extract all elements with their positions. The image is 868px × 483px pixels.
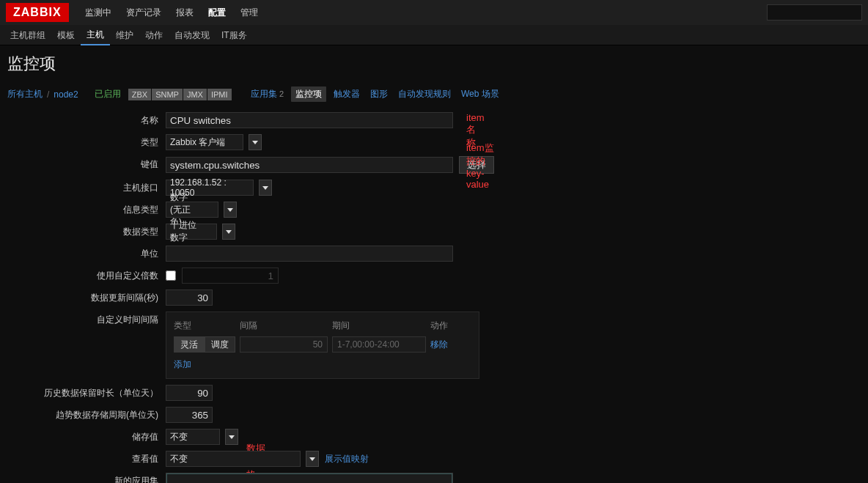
show-value-map-link[interactable]: 展示值映射: [325, 453, 369, 465]
ci-add-link[interactable]: 添加: [174, 359, 191, 369]
subnav-hosts[interactable]: 主机: [81, 25, 110, 45]
top-bar: ZABBIX 监测中 资产记录 报表 配置 管理: [0, 0, 868, 25]
label-type: 类型: [7, 134, 166, 150]
subnav-maintenance[interactable]: 维护: [110, 26, 139, 45]
trends-input[interactable]: [166, 407, 213, 423]
label-interface: 主机接口: [7, 180, 166, 196]
key-input[interactable]: [166, 157, 453, 173]
label-info-type: 信息类型: [7, 202, 166, 218]
crumb-slash: /: [47, 89, 49, 100]
tag-snmp: SNMP: [152, 89, 183, 100]
label-custom-intervals: 自定义时间间隔: [7, 311, 166, 328]
ci-header-interval: 间隔: [240, 320, 332, 332]
subnav-itservices[interactable]: IT服务: [216, 26, 253, 45]
label-new-app: 新的应用集: [7, 473, 166, 483]
topnav-monitoring[interactable]: 监测中: [78, 0, 119, 25]
data-type-dropdown-icon[interactable]: [222, 224, 235, 240]
key-select-button[interactable]: 选择: [459, 156, 494, 174]
type-select[interactable]: Zabbix 客户端: [166, 134, 243, 150]
breadcrumb-bar: 所有主机 / node2 已启用 ZBX SNMP JMX IPMI 应用集 2…: [0, 84, 868, 109]
tab-applications[interactable]: 应用集 2: [248, 88, 287, 100]
label-trends: 趋势数据存储周期(单位天): [7, 407, 166, 423]
global-search-input[interactable]: [767, 4, 862, 21]
tab-triggers[interactable]: 触发器: [331, 88, 363, 100]
topnav-inventory[interactable]: 资产记录: [119, 0, 169, 25]
ci-remove-link[interactable]: 移除: [430, 339, 471, 351]
tab-items[interactable]: 监控项: [291, 86, 326, 102]
topnav-reports[interactable]: 报表: [169, 0, 201, 25]
crumb-all-hosts[interactable]: 所有主机: [7, 88, 43, 100]
view-value-dropdown-icon[interactable]: [306, 451, 319, 467]
label-history: 历史数据保留时长（单位天）: [7, 385, 166, 401]
info-type-dropdown-icon[interactable]: [224, 202, 237, 218]
type-dropdown-icon[interactable]: [249, 134, 262, 150]
tag-jmx: JMX: [183, 89, 207, 100]
subnav-templates[interactable]: 模板: [51, 26, 81, 45]
tab-web-scenarios[interactable]: Web 场景: [458, 88, 502, 100]
data-type-select[interactable]: 十进位数字: [166, 224, 217, 240]
sub-nav: 主机群组 模板 主机 维护 动作 自动发现 IT服务: [0, 25, 868, 45]
ci-header-type: 类型: [174, 320, 240, 332]
ci-header-action: 动作: [430, 320, 471, 332]
label-key: 键值: [7, 156, 166, 172]
label-multiplier: 使用自定义倍数: [7, 268, 166, 284]
tab-graphs[interactable]: 图形: [367, 88, 391, 100]
label-data-type: 数据类型: [7, 224, 166, 240]
interface-dropdown-icon[interactable]: [259, 180, 272, 196]
name-input[interactable]: [166, 112, 453, 128]
subnav-actions[interactable]: 动作: [139, 26, 169, 45]
label-update-interval: 数据更新间隔(秒): [7, 290, 166, 306]
logo: ZABBIX: [6, 3, 69, 22]
history-input[interactable]: [166, 385, 213, 401]
tag-zbx: ZBX: [128, 89, 151, 100]
label-store-value: 储存值: [7, 429, 166, 445]
ci-type-flex-button[interactable]: 灵活: [174, 336, 205, 353]
info-type-select[interactable]: 数字 (无正负): [166, 202, 218, 218]
multiplier-checkbox[interactable]: [166, 270, 176, 281]
ci-interval-value[interactable]: 50: [240, 336, 328, 353]
crumb-host[interactable]: node2: [54, 89, 78, 100]
top-nav: 监测中 资产记录 报表 配置 管理: [78, 0, 265, 25]
new-application-input[interactable]: [166, 473, 453, 483]
label-view-value: 查看值: [7, 451, 166, 467]
custom-intervals-box: 类型 间隔 期间 动作 灵活 调度 50 1-7,00:00-24:00 移除 …: [166, 311, 479, 379]
topnav-config[interactable]: 配置: [201, 0, 233, 25]
update-interval-input[interactable]: [166, 290, 213, 306]
page-title: 监控项: [0, 45, 868, 84]
view-value-select[interactable]: 不变: [166, 451, 301, 467]
subnav-discovery[interactable]: 自动发现: [169, 26, 216, 45]
tag-ipmi: IPMI: [207, 89, 232, 100]
host-enabled-badge: 已启用: [95, 88, 121, 100]
store-value-dropdown-icon[interactable]: [225, 429, 238, 445]
ci-type-dispatch-button[interactable]: 调度: [205, 336, 235, 353]
multiplier-value: [182, 268, 279, 284]
topnav-admin[interactable]: 管理: [233, 0, 265, 25]
item-form: 名称 item名称 类型 Zabbix 客户端 键值 选择 item监控的key…: [0, 109, 868, 483]
label-name: 名称: [7, 112, 166, 128]
label-unit: 单位: [7, 246, 166, 262]
ci-header-period: 期间: [332, 320, 430, 332]
subnav-hostgroups[interactable]: 主机群组: [4, 26, 51, 45]
interface-tags: ZBX SNMP JMX IPMI: [128, 89, 232, 100]
ci-period-value[interactable]: 1-7,00:00-24:00: [332, 336, 426, 353]
unit-input[interactable]: [166, 246, 453, 262]
tab-discovery-rules[interactable]: 自动发现规则: [395, 88, 454, 100]
store-value-select[interactable]: 不变: [166, 429, 220, 445]
